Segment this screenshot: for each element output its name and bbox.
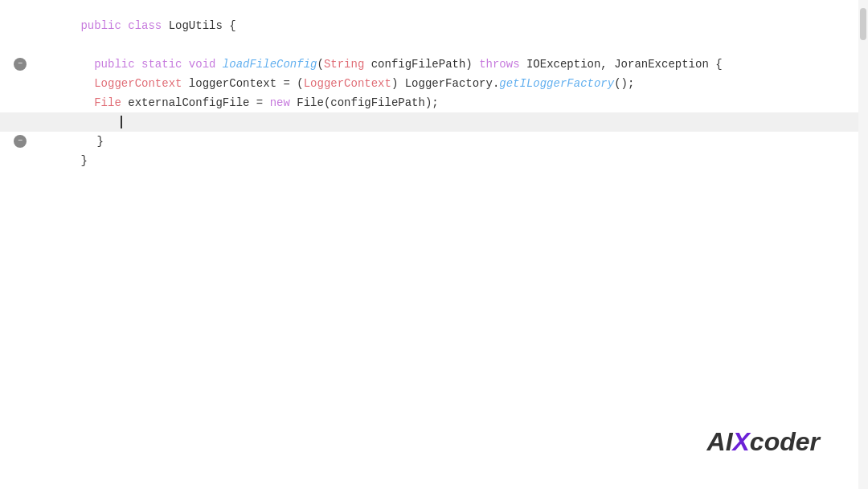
collapse-icon-3[interactable]: − <box>14 58 27 71</box>
code-content-8: } <box>32 132 868 189</box>
collapse-icon-7[interactable]: − <box>14 135 27 148</box>
gutter-3[interactable]: − <box>8 58 32 71</box>
code-line-8: } <box>0 151 868 170</box>
logo-coder-text: coder <box>750 427 820 457</box>
aixcoder-logo: AIXcoder <box>707 427 820 457</box>
brace-close-class: } <box>80 154 87 167</box>
logo-x-text: X <box>733 427 750 457</box>
scrollbar[interactable] <box>858 0 868 489</box>
logo-ai-text: AI <box>707 427 733 457</box>
code-editor: public class LogUtils { − public static … <box>0 0 868 489</box>
gutter-7[interactable]: − <box>8 135 32 148</box>
scrollbar-thumb[interactable] <box>860 8 866 40</box>
